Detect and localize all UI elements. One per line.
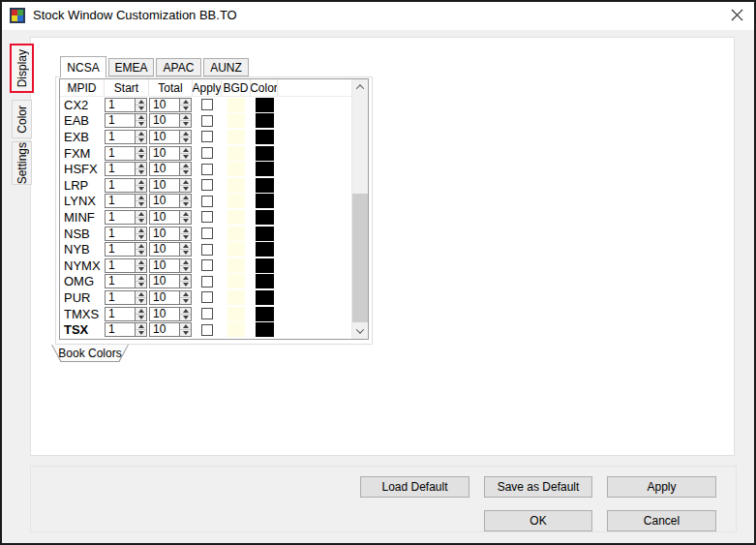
apply-checkbox[interactable] [201,308,213,319]
mpid-grid-scrollbar[interactable] [351,79,368,339]
start-spinner[interactable]: 1 [105,162,147,176]
text-color-swatch[interactable] [256,130,274,144]
text-color-swatch[interactable] [256,210,274,225]
spinner-down-button[interactable] [180,185,191,192]
text-color-swatch[interactable] [256,258,274,273]
spinner-down-button[interactable] [136,217,146,224]
tab-aunz[interactable]: AUNZ [203,58,249,76]
bgd-color-swatch[interactable] [227,242,245,257]
total-spinner[interactable]: 10 [149,290,192,305]
total-spinner[interactable]: 10 [149,242,192,257]
spinner-down-button[interactable] [136,120,146,127]
total-spinner[interactable]: 10 [149,258,192,273]
spinner-down-button[interactable] [136,136,146,143]
apply-checkbox[interactable] [201,324,213,336]
start-spinner[interactable]: 1 [105,242,147,257]
spinner-down-button[interactable] [180,314,191,320]
cancel-button[interactable]: Cancel [607,510,716,531]
load-default-button[interactable]: Load Default [360,476,469,498]
spinner-down-button[interactable] [180,249,191,256]
spinner-down-button[interactable] [136,185,146,192]
titlebar[interactable]: Stock Window Customization BB.TO [0,0,756,30]
start-spinner[interactable]: 1 [105,290,147,305]
close-button[interactable] [720,2,753,28]
apply-checkbox[interactable] [201,227,213,239]
spinner-down-button[interactable] [180,105,191,111]
start-spinner[interactable]: 1 [105,307,147,321]
apply-checkbox[interactable] [201,179,213,191]
total-spinner[interactable]: 10 [149,146,192,161]
start-spinner[interactable]: 1 [105,274,147,288]
bgd-color-swatch[interactable] [227,178,245,193]
bgd-color-swatch[interactable] [227,322,245,337]
spinner-down-button[interactable] [180,217,191,224]
total-spinner[interactable]: 10 [149,178,192,193]
spinner-down-button[interactable] [180,200,191,207]
scroll-down-icon[interactable] [352,323,368,339]
total-spinner[interactable]: 10 [149,210,192,225]
total-spinner[interactable]: 10 [149,130,192,144]
spinner-down-button[interactable] [180,281,191,288]
save-as-default-button[interactable]: Save as Default [484,476,592,498]
side-tab-settings[interactable]: Settings [12,141,32,185]
total-spinner[interactable]: 10 [149,113,192,128]
spinner-down-button[interactable] [180,136,191,143]
apply-checkbox[interactable] [201,211,213,223]
total-spinner[interactable]: 10 [149,307,192,321]
spinner-down-button[interactable] [180,329,191,336]
bgd-color-swatch[interactable] [227,307,245,321]
bgd-color-swatch[interactable] [227,98,245,112]
text-color-swatch[interactable] [256,162,274,176]
scroll-up-icon[interactable] [352,79,368,95]
bgd-color-swatch[interactable] [227,130,245,144]
bgd-color-swatch[interactable] [227,258,245,273]
total-spinner[interactable]: 10 [149,322,192,337]
text-color-swatch[interactable] [256,98,274,112]
text-color-swatch[interactable] [256,322,274,337]
side-tab-display[interactable]: Display [10,44,34,93]
apply-checkbox[interactable] [201,196,213,207]
spinner-down-button[interactable] [180,265,191,272]
spinner-down-button[interactable] [180,153,191,160]
spinner-down-button[interactable] [136,233,146,240]
spinner-down-button[interactable] [136,265,146,272]
text-color-swatch[interactable] [256,242,274,257]
bgd-color-swatch[interactable] [227,290,245,305]
total-spinner[interactable]: 10 [149,274,192,288]
text-color-swatch[interactable] [256,274,274,288]
side-tab-color[interactable]: Color [12,100,32,138]
spinner-down-button[interactable] [180,168,191,175]
start-spinner[interactable]: 1 [105,130,147,144]
spinner-down-button[interactable] [136,200,146,207]
bgd-color-swatch[interactable] [227,210,245,225]
spinner-down-button[interactable] [136,297,146,304]
ok-button[interactable]: OK [484,510,592,531]
text-color-swatch[interactable] [256,146,274,161]
spinner-down-button[interactable] [180,120,191,127]
bgd-color-swatch[interactable] [227,146,245,161]
apply-checkbox[interactable] [201,99,213,110]
apply-button[interactable]: Apply [607,476,716,498]
tab-book-colors[interactable]: Book Colors [51,345,129,362]
total-spinner[interactable]: 10 [149,227,192,241]
apply-checkbox[interactable] [201,276,213,288]
total-spinner[interactable]: 10 [149,194,192,208]
total-spinner[interactable]: 10 [149,162,192,176]
apply-checkbox[interactable] [201,115,213,127]
start-spinner[interactable]: 1 [105,258,147,273]
apply-checkbox[interactable] [201,164,213,175]
text-color-swatch[interactable] [256,307,274,321]
text-color-swatch[interactable] [256,113,274,128]
spinner-down-button[interactable] [136,249,146,256]
start-spinner[interactable]: 1 [105,146,147,161]
text-color-swatch[interactable] [256,227,274,241]
bgd-color-swatch[interactable] [227,227,245,241]
spinner-down-button[interactable] [136,153,146,160]
text-color-swatch[interactable] [256,194,274,208]
start-spinner[interactable]: 1 [105,98,147,112]
apply-checkbox[interactable] [201,244,213,256]
spinner-down-button[interactable] [136,168,146,175]
spinner-down-button[interactable] [136,281,146,288]
bgd-color-swatch[interactable] [227,194,245,208]
apply-checkbox[interactable] [201,147,213,159]
